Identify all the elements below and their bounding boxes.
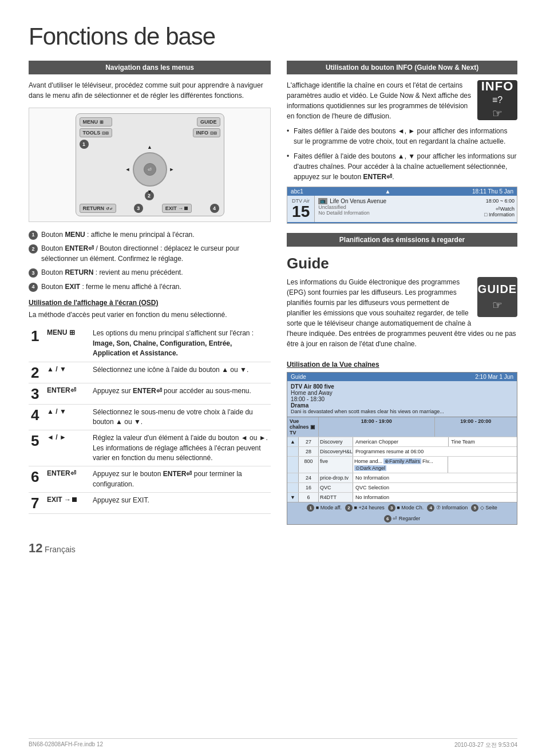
guide-channel-row-3: 800 five Home and... ⊕Family Affairs Fiv…	[287, 456, 517, 473]
info-classification: Unclassified	[318, 204, 478, 210]
bullet-1: 1 Bouton MENU : affiche le menu principa…	[29, 230, 271, 240]
info-content: INFO ≡? ☞ L'affichage identifie la chaîn…	[287, 80, 517, 126]
guide-channel-row-4: 24 price-drop.tv No Information	[287, 473, 517, 482]
info-bullet-1: Faites défiler à l'aide des boutons ◄, ►…	[287, 126, 517, 147]
vue-title: Utilisation de la Vue chaînes	[287, 361, 517, 369]
info-display-footer-bar	[287, 222, 517, 223]
page-number-section: 12 Français	[29, 541, 517, 556]
right-arrow-remote: ►	[169, 167, 175, 172]
page-footer: BN68-02808AFH-Fre.indb 12 2010-03-27 오전 …	[29, 738, 517, 749]
up-arrow-remote: ▲	[147, 144, 152, 150]
info-button-label-remote: INFO ⊡⊟	[193, 128, 220, 137]
guide-title: Guide	[287, 255, 517, 272]
osd-title: Utilisation de l'affichage à l'écran (OS…	[29, 299, 271, 307]
info-program-info: 📺 Life On Venus Avenue Unclassified No D…	[315, 196, 482, 222]
info-display-header: abc1 ▲ 18:11 Thu 5 Jan	[287, 187, 517, 196]
footer-left: BN68-02808AFH-Fre.indb 12	[29, 741, 103, 749]
guide-header-right: 2:10 Mar 1 Jun	[475, 374, 513, 380]
guide-channels-header: Vue chaînes ▣ TV 18:00 - 19:00 19:00 - 2…	[287, 417, 517, 437]
info-display-box: abc1 ▲ 18:11 Thu 5 Jan DTV Air 15 📺 Lif	[287, 187, 517, 224]
guide-section: Guide GUIDE ☞ Les informations du Guide …	[287, 255, 517, 355]
remote-image: MENU ⊞ TOOLS ⊡⊟ GUIDE INFO ⊡⊟ 1	[76, 113, 224, 216]
info-channel-name: abc1	[291, 188, 303, 195]
osd-row-7: 7 EXIT →⏹ Appuyez sur EXIT.	[29, 493, 271, 514]
bullet-3: 3 Bouton RETURN : revient au menu précéd…	[29, 268, 271, 278]
osd-row-5: 5 ◄ / ► Réglez la valeur d'un élément à …	[29, 430, 271, 466]
right-column: Utilisation du bouton INFO (Guide Now & …	[287, 61, 517, 525]
guide-button-image: GUIDE ☞	[477, 277, 517, 317]
info-arrow-up: ▲	[385, 188, 390, 195]
guide-channel-row-6: ▼ 6 R4DTT No Information	[287, 492, 517, 502]
info-time-date: 18:11 Thu 5 Jan	[472, 188, 513, 195]
exit-button-label: EXIT →⏹	[162, 204, 192, 213]
guide-table-footer: 1 ■ Mode aff. 2 ■ +24 heures 3 ■ Mode Ch…	[287, 502, 517, 524]
down-arrow-remote: ▼	[147, 189, 152, 195]
info-section: Utilisation du bouton INFO (Guide Now & …	[287, 61, 517, 224]
osd-row-3: 3 ENTER⏎ Appuyez sur ENTER⏎ pour accéder…	[29, 383, 271, 404]
page-title: Fonctions de base	[29, 23, 517, 50]
page-number: 12	[29, 541, 42, 555]
footer-right: 2010-03-27 오전 9:53:04	[454, 741, 517, 749]
guide-button-label: GUIDE	[197, 117, 220, 126]
enter-center: ⏎	[144, 163, 156, 176]
page-language: Français	[45, 545, 76, 554]
left-arrow-remote: ◄	[125, 167, 130, 172]
bullet-2: 2 Bouton ENTER⏎ / Bouton directionnel : …	[29, 244, 271, 264]
left-column: Navigation dans les menus Avant d'utilis…	[29, 61, 271, 525]
info-channel-number: 15	[292, 204, 310, 220]
info-time-range: 18:00 ~ 6:00 ⏎Watch □ Information	[482, 196, 517, 222]
remote-label-4: 4	[210, 204, 220, 213]
info-channel-type: DTV Air 15	[287, 196, 315, 222]
guide-table-header: Guide 2:10 Mar 1 Jun	[287, 373, 517, 381]
return-button-label: RETURN ↺⤾	[80, 204, 116, 213]
guide-channel-row-5: 16 QVC QVC Selection	[287, 482, 517, 492]
info-program-name: Life On Venus Avenue	[330, 198, 386, 204]
osd-table: 1 MENU ⊞ Les options du menu principal s…	[29, 326, 271, 514]
hand-icon: ☞	[492, 106, 503, 120]
nav-section-header: Navigation dans les menus	[29, 61, 271, 74]
guide-header-left: Guide	[291, 374, 306, 380]
menu-button-label: MENU ⊞	[80, 117, 112, 126]
info-no-detail: No Detaild Information	[318, 210, 478, 216]
info-display-body: DTV Air 15 📺 Life On Venus Avenue Unclas…	[287, 196, 517, 222]
bullets-list: 1 Bouton MENU : affiche le menu principa…	[29, 230, 271, 292]
tools-button-label: TOOLS ⊡⊟	[80, 128, 112, 137]
guide-program-row: DTV Air 800 five Home and Away 18:00 - 1…	[287, 381, 517, 417]
guide-table: Guide 2:10 Mar 1 Jun DTV Air 800 five Ho…	[287, 372, 517, 525]
info-program-icon: 📺	[318, 198, 327, 204]
info-section-header: Utilisation du bouton INFO (Guide Now & …	[287, 61, 517, 74]
info-information-btn: □ Information	[484, 212, 515, 217]
osd-row-4: 4 ▲ / ▼ Sélectionnez le sous-menu de vot…	[29, 404, 271, 430]
planif-header: Planification des émissions à regarder	[287, 233, 517, 247]
guide-channel-row-2: 28 DiscoveryH&L Programmes resume at 06:…	[287, 446, 517, 456]
remote-label-1: 1	[80, 140, 90, 149]
info-bullet-2: Faites défiler à l'aide des boutons ▲, ▼…	[287, 151, 517, 182]
dpad: ⏎	[133, 152, 167, 187]
info-watch-btn: ⏎Watch	[484, 206, 515, 212]
bullet-4: 4 Bouton EXIT : ferme le menu affiché à …	[29, 282, 271, 292]
osd-row-6: 6 ENTER⏎ Appuyez sur le bouton ENTER⏎ po…	[29, 466, 271, 493]
osd-row-1: 1 MENU ⊞ Les options du menu principal s…	[29, 326, 271, 362]
remote-label-3: 3	[134, 204, 144, 213]
osd-description: La méthode d'accès peut varier en foncti…	[29, 310, 271, 320]
osd-row-2: 2 ▲ / ▼ Sélectionnez une icône à l'aide …	[29, 362, 271, 383]
remote-diagram: MENU ⊞ TOOLS ⊡⊟ GUIDE INFO ⊡⊟ 1	[29, 108, 271, 222]
guide-hand-icon: ☞	[492, 298, 503, 312]
guide-channel-row-1: ▲ 27 Discovery American Chopper Tine Tea…	[287, 437, 517, 446]
info-button-image: INFO ≡? ☞	[477, 80, 517, 120]
nav-description: Avant d'utiliser le téléviseur, procédez…	[29, 80, 271, 101]
